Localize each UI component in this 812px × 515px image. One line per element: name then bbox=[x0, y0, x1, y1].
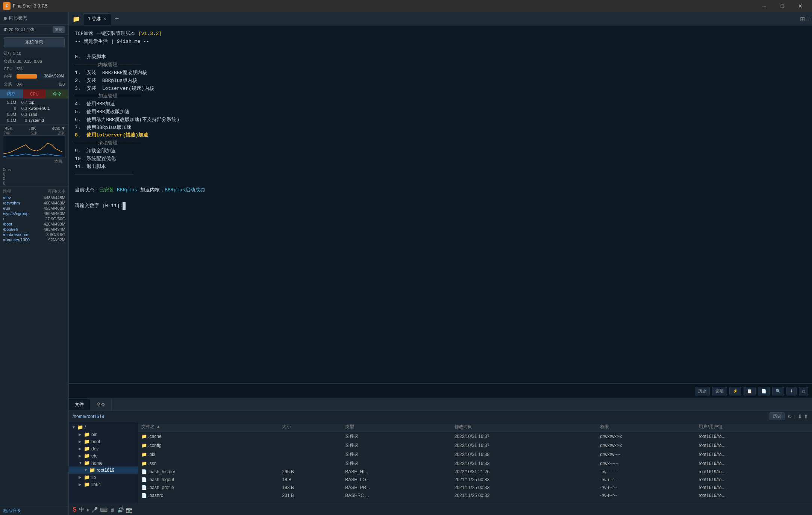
cell-user: root1619/ro... bbox=[695, 484, 812, 492]
keyboard-icon: ⌨ bbox=[100, 507, 108, 513]
list-view-button[interactable]: ≡ bbox=[806, 15, 810, 23]
net-down: ↓8K bbox=[29, 126, 36, 130]
terminal-status: 当前状态：已安装 BBRplus 加速内核，BBRplus启动成功 bbox=[75, 186, 806, 194]
disk-col-size: 可用/大小 bbox=[48, 189, 65, 194]
stat-0-1: 0 bbox=[3, 172, 65, 176]
maximize-button[interactable]: □ bbox=[774, 0, 791, 12]
folder-icon: 📁 bbox=[77, 424, 83, 430]
net-level-1: 74K bbox=[4, 131, 11, 135]
table-row[interactable]: 📁 .ssh 文件夹 2022/10/31 16:33 drwx------ r… bbox=[138, 459, 812, 468]
terminal-line: -- 就是爱生活 | 94ish.me -- bbox=[75, 38, 806, 46]
mic-icon: 🎤 bbox=[91, 507, 98, 513]
tree-item-dev[interactable]: ▶ 📁 dev bbox=[69, 445, 138, 452]
folder-icon: 📁 bbox=[84, 439, 90, 444]
tab-1-hongkong[interactable]: 1 香港 ✕ bbox=[83, 14, 111, 25]
up-button[interactable]: ↑ bbox=[794, 414, 796, 420]
table-row[interactable]: 📁 .config 文件夹 2022/10/31 16:37 drwxrwxr-… bbox=[138, 441, 812, 450]
table-row[interactable]: 📄 .bash_profile 193 B BASH_PR... 2021/11… bbox=[138, 484, 812, 492]
cell-type: BASH_LO... bbox=[342, 476, 451, 484]
cell-modified: 2022/10/31 16:33 bbox=[451, 459, 597, 468]
content-area: 📁 1 香港 ✕ + ⊞ ≡ TCP加速 一键安装管理脚本 [v1.3.2] -… bbox=[69, 12, 812, 515]
table-row[interactable]: 📄 .bashrc 231 B BASHRC ... 2021/11/25 00… bbox=[138, 492, 812, 500]
folder-icon: 📁 bbox=[84, 482, 90, 487]
cpu-row: CPU 5% bbox=[0, 65, 68, 72]
terminal-input[interactable] bbox=[73, 388, 692, 394]
cell-type: BASH_HI... bbox=[342, 468, 451, 476]
net-machine-label: 本机 bbox=[3, 158, 65, 165]
lightning-button[interactable]: ⚡ bbox=[729, 387, 741, 395]
refresh-button[interactable]: ↻ bbox=[788, 414, 792, 420]
folder-button[interactable]: 📁 bbox=[71, 14, 82, 24]
tree-item-root[interactable]: ▼ 📁 / bbox=[69, 424, 138, 431]
expand-icon: ▶ bbox=[79, 475, 82, 479]
expand-icon: ▶ bbox=[79, 447, 82, 451]
path-bar: /home/root1619 历史 ↻ ↑ ⬇ ⬆ bbox=[69, 411, 812, 422]
path-history-button[interactable]: 历史 bbox=[770, 412, 785, 420]
sidebar-tab-cpu[interactable]: CPU bbox=[23, 89, 46, 98]
speaker-icon: 🔊 bbox=[117, 507, 124, 513]
stat-0-3: 0 bbox=[3, 181, 65, 185]
tree-item-lib[interactable]: ▶ 📁 lib bbox=[69, 474, 138, 481]
search-button[interactable]: 🔍 bbox=[772, 387, 784, 395]
stat-0-2: 0 bbox=[3, 176, 65, 181]
camera-icon: 📷 bbox=[126, 507, 132, 513]
folder-icon: 📁 bbox=[84, 446, 90, 451]
cell-modified: 2021/11/25 00:33 bbox=[451, 484, 597, 492]
upload-button[interactable]: ⬆ bbox=[804, 414, 808, 420]
minimize-button[interactable]: ─ bbox=[756, 0, 773, 12]
proc-mem: 5.1M bbox=[3, 100, 16, 105]
sidebar-tab-cmd[interactable]: 命令 bbox=[45, 89, 68, 98]
cell-size bbox=[279, 441, 342, 450]
sys-info-button[interactable]: 系统信息 bbox=[4, 37, 65, 47]
proc-row: 5.1M 0.7 top bbox=[0, 99, 68, 105]
cell-size bbox=[279, 459, 342, 468]
cell-modified: 2021/11/25 00:33 bbox=[451, 492, 597, 500]
table-row[interactable]: 📄 .bash_logout 18 B BASH_LO... 2021/11/2… bbox=[138, 476, 812, 484]
download-file-button[interactable]: ⬇ bbox=[798, 414, 802, 420]
table-row[interactable]: 📄 .bash_history 295 B BASH_HI... 2022/10… bbox=[138, 468, 812, 476]
cell-perms: drwxrw---- bbox=[597, 450, 695, 459]
expand-icon: ▼ bbox=[84, 468, 88, 472]
copy-ip-button[interactable]: 复制 bbox=[53, 26, 65, 33]
close-button[interactable]: ✕ bbox=[792, 0, 809, 12]
terminal-line: 6. 使用暴力BBR魔改版加速(不支持部分系统) bbox=[75, 116, 806, 124]
options-button[interactable]: 选项 bbox=[712, 387, 727, 395]
mem-label: 内存 bbox=[4, 73, 15, 79]
terminal-input-bar: 历史 选项 ⚡ 📋 📄 🔍 ⬇ □ bbox=[69, 383, 812, 398]
tree-item-boot[interactable]: ▶ 📁 boot bbox=[69, 438, 138, 445]
tree-item-etc[interactable]: ▶ 📁 etc bbox=[69, 452, 138, 459]
tree-item-lib64[interactable]: ▶ 📁 lib64 bbox=[69, 481, 138, 488]
net-up: ↑45K bbox=[3, 126, 12, 130]
panel-tab-files[interactable]: 文件 bbox=[69, 399, 90, 410]
sidebar-tab-mem[interactable]: 内存 bbox=[0, 89, 23, 98]
activate-button[interactable]: 激活/升级 bbox=[0, 506, 68, 515]
cell-perms: -rw-r--r-- bbox=[597, 476, 695, 484]
fullscreen-button[interactable]: □ bbox=[799, 387, 808, 395]
terminal[interactable]: TCP加速 一键安装管理脚本 [v1.3.2] -- 就是爱生活 | 94ish… bbox=[69, 26, 812, 383]
disk-row: /run/user/100092M/92M bbox=[0, 237, 68, 242]
tree-item-root1619[interactable]: ▼ 📁 root1619 bbox=[69, 467, 138, 474]
tree-item-bin[interactable]: ▶ 📁 bin bbox=[69, 431, 138, 438]
table-row[interactable]: 📁 .cache 文件夹 2022/10/31 16:37 drwxrwxr-x… bbox=[138, 432, 812, 441]
clipboard-button[interactable]: 📋 bbox=[744, 387, 756, 395]
tree-label: lib bbox=[91, 475, 96, 480]
process-list: 5.1M 0.7 top 0 0.3 kworker/0:1 8.8M 0.3 … bbox=[0, 98, 68, 124]
grid-view-button[interactable]: ⊞ bbox=[800, 15, 805, 23]
table-row[interactable]: 📁 .pki 文件夹 2022/10/31 16:38 drwxrw---- r… bbox=[138, 450, 812, 459]
history-button[interactable]: 历史 bbox=[695, 387, 710, 395]
tab-bar: 📁 1 香港 ✕ + ⊞ ≡ bbox=[69, 12, 812, 26]
copy-button[interactable]: 📄 bbox=[758, 387, 770, 395]
swap-row: 交换 0% 0/0 bbox=[0, 80, 68, 88]
panel-tab-cmd[interactable]: 命令 bbox=[90, 399, 112, 410]
tree-label: root1619 bbox=[97, 468, 114, 473]
download-button[interactable]: ⬇ bbox=[786, 387, 797, 395]
add-tab-button[interactable]: + bbox=[113, 15, 121, 23]
proc-row: 8.8M 0.3 sshd bbox=[0, 111, 68, 117]
tab-close-icon[interactable]: ✕ bbox=[103, 17, 106, 21]
tree-item-home[interactable]: ▼ 📁 home bbox=[69, 459, 138, 467]
proc-name: sshd bbox=[29, 112, 65, 117]
disk-row: /27.9G/30G bbox=[0, 216, 68, 221]
cell-modified: 2022/10/31 16:37 bbox=[451, 432, 597, 441]
terminal-line bbox=[75, 46, 806, 54]
proc-row: 8.1M 0 systemd bbox=[0, 117, 68, 123]
